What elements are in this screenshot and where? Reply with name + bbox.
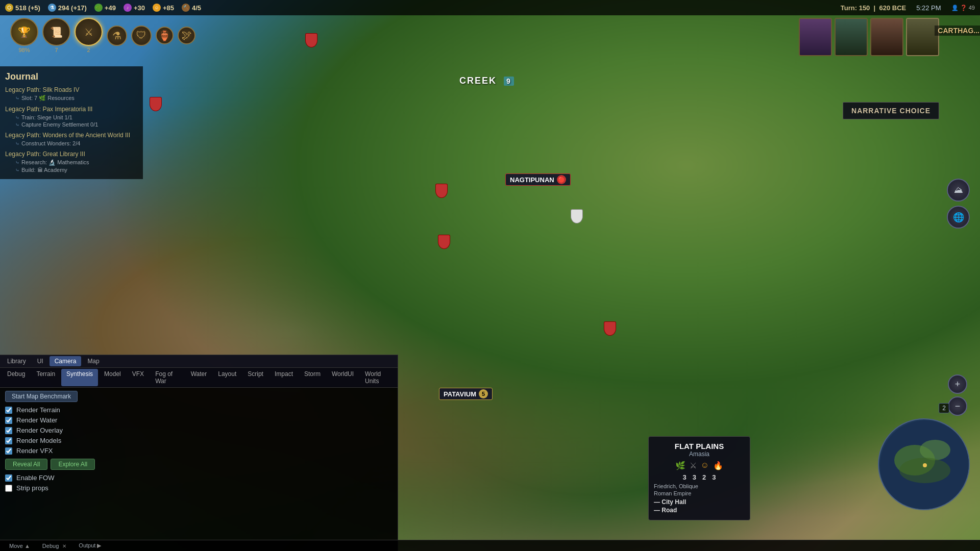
render-overlay-checkbox[interactable] <box>5 427 12 434</box>
output-arrow-right: ▶ <box>97 542 101 548</box>
unit-shield-2 <box>569 209 583 226</box>
hud-right: Turn: 150 | 620 BCE 5:22 PM 👤 ❓ 49 <box>841 4 975 12</box>
debug-panel: Library UI Camera Map Debug Terrain Synt… <box>0 355 398 551</box>
render-models-checkbox[interactable] <box>5 437 12 444</box>
enable-fow-checkbox[interactable] <box>5 474 12 482</box>
city-population-patavium: 5 <box>479 389 488 398</box>
reveal-all-button[interactable]: Reveal All <box>5 459 47 470</box>
bottom-tab-output[interactable]: Output ▶ <box>74 541 106 550</box>
svg-point-4 <box>923 463 927 467</box>
map-globe-icon[interactable]: 🌐 <box>947 206 970 229</box>
zoom-in-button[interactable]: + <box>948 374 967 394</box>
subtab-fog-of-war[interactable]: Fog of War <box>150 369 185 386</box>
debug-close-icon[interactable]: ✕ <box>62 543 66 549</box>
year-value: 620 BCE <box>879 4 906 12</box>
unit-shield-4 <box>602 321 617 338</box>
render-water-checkbox[interactable] <box>5 417 12 424</box>
minimap[interactable] <box>878 418 970 510</box>
stat-1: 3 <box>683 473 687 481</box>
subtab-vfx[interactable]: VFX <box>127 369 149 386</box>
bottom-tab-debug[interactable]: Debug ✕ <box>37 542 71 550</box>
strip-props-row[interactable]: Strip props <box>5 484 393 492</box>
alert-count: 49 <box>969 5 975 11</box>
subtab-storm[interactable]: Storm <box>299 369 326 386</box>
stat-3: 2 <box>702 473 706 481</box>
subtab-terrain[interactable]: Terrain <box>31 369 60 386</box>
enable-fow-row[interactable]: Enable FOW <box>5 474 393 482</box>
leader-portrait-1[interactable] <box>799 18 832 56</box>
subtab-model[interactable]: Model <box>99 369 126 386</box>
move-arrow-up: ▲ <box>24 543 30 549</box>
subtab-impact[interactable]: Impact <box>270 369 298 386</box>
start-map-benchmark-button[interactable]: Start Map Benchmark <box>5 391 78 402</box>
leader-color-4 <box>907 19 938 55</box>
happiness-value: +85 <box>163 4 174 12</box>
tab-camera[interactable]: Camera <box>50 356 82 366</box>
svg-point-3 <box>899 458 950 483</box>
leader-portrait-3[interactable] <box>870 18 903 56</box>
subtab-world-units[interactable]: World Units <box>360 369 396 386</box>
map-zoom-mountain-icon[interactable]: ⛰ <box>947 179 970 202</box>
food-icon: 🌿 <box>94 4 103 12</box>
narrative-choice-label: NARRATIVE CHOICE <box>851 107 930 115</box>
city-label-creek[interactable]: CREEK 9 <box>459 76 514 86</box>
tab-map[interactable]: Map <box>82 356 104 366</box>
zoom-out-button[interactable]: − <box>948 396 967 416</box>
minimap-unit-count: 2 <box>939 403 949 413</box>
legacy-path-3: Legacy Path: Wonders of the Ancient Worl… <box>5 132 138 139</box>
render-vfx-row[interactable]: Render VFX <box>5 447 393 455</box>
render-models-row[interactable]: Render Models <box>5 437 393 444</box>
production-resource: 🔨 4/5 <box>182 4 201 12</box>
unit-shield-6 <box>148 97 162 113</box>
info-detail-road: — Road <box>654 507 745 514</box>
yield-production-icon: ⚔ <box>690 461 697 470</box>
tab-ui[interactable]: UI <box>32 356 48 366</box>
debug-main-tabs: Library UI Camera Map <box>0 355 398 368</box>
policy-button[interactable]: 🛡 <box>131 26 152 46</box>
units-button[interactable]: 📜 <box>42 18 70 46</box>
tab-library[interactable]: Library <box>2 356 31 366</box>
render-terrain-row[interactable]: Render Terrain <box>5 406 393 414</box>
info-panel-subtitle: Amasia <box>654 450 745 458</box>
subtab-water[interactable]: Water <box>186 369 212 386</box>
alert-area[interactable]: 👤 ❓ 49 <box>951 5 975 11</box>
narrative-choice-panel[interactable]: NARRATIVE CHOICE <box>843 102 939 119</box>
reveal-explore-row: Reveal All Explore All <box>5 459 393 470</box>
subtab-synthesis[interactable]: Synthesis <box>61 369 98 386</box>
render-terrain-checkbox[interactable] <box>5 407 12 414</box>
strip-props-label: Strip props <box>16 484 48 492</box>
legacy-item-2-2: Capture Enemy Settlement 0/1 <box>5 121 138 128</box>
trophy-button[interactable]: 🏆 <box>10 18 38 46</box>
render-water-row[interactable]: Render Water <box>5 416 393 424</box>
render-vfx-label: Render VFX <box>16 447 53 455</box>
render-overlay-row[interactable]: Render Overlay <box>5 427 393 434</box>
render-terrain-label: Render Terrain <box>16 406 60 414</box>
leader-color-2 <box>836 19 867 55</box>
wonder-button[interactable]: 🕊 <box>178 27 195 44</box>
leader-portrait-2[interactable] <box>835 18 868 56</box>
bottom-tab-move[interactable]: Move ▲ <box>4 542 35 550</box>
explore-all-button[interactable]: Explore All <box>51 459 95 470</box>
tech-button[interactable]: 🏺 <box>156 27 174 44</box>
enable-fow-label: Enable FOW <box>16 474 54 482</box>
leader-portraits <box>799 18 939 56</box>
city-label-nagtipunan[interactable]: NAGTIPUNAN 🔴 <box>505 173 571 186</box>
happiness-icon: ☺ <box>153 4 161 12</box>
strip-props-checkbox[interactable] <box>5 485 12 492</box>
gold-icon: ⬡ <box>5 4 13 12</box>
unit-shield-3 <box>436 235 451 251</box>
legacy-item-3-1: Construct Wonders: 2/4 <box>5 140 138 146</box>
science-icon: ⚗ <box>48 4 56 12</box>
render-vfx-checkbox[interactable] <box>5 447 12 455</box>
svg-point-2 <box>920 440 950 460</box>
legacy-item-1-1: Slot: 7 🌿 Resources <box>5 95 138 102</box>
city-label-patavium[interactable]: PATAVIUM 5 <box>439 388 493 400</box>
civics-button[interactable]: ⚔ <box>75 18 103 46</box>
leader-portrait-4[interactable] <box>906 18 939 56</box>
diplomacy-button[interactable]: ⚗ <box>107 26 127 46</box>
subtab-worldui[interactable]: WorldUI <box>327 369 359 386</box>
subtab-script[interactable]: Script <box>242 369 268 386</box>
subtab-layout[interactable]: Layout <box>213 369 241 386</box>
city-name-nagtipunan: NAGTIPUNAN <box>510 176 554 184</box>
subtab-debug[interactable]: Debug <box>2 369 30 386</box>
